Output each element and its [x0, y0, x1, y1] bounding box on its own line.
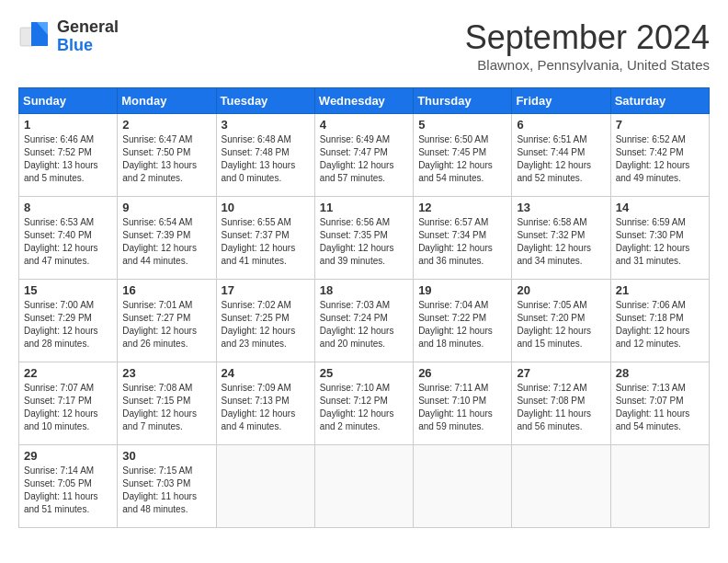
- calendar-day: 13Sunrise: 6:58 AMSunset: 7:32 PMDayligh…: [512, 197, 610, 280]
- calendar-day: 18Sunrise: 7:03 AMSunset: 7:24 PMDayligh…: [314, 280, 413, 362]
- day-number: 6: [517, 118, 605, 132]
- calendar-day: 12Sunrise: 6:57 AMSunset: 7:34 PMDayligh…: [414, 197, 512, 280]
- weekday-header-tuesday: Tuesday: [216, 88, 314, 114]
- day-info: Sunrise: 6:48 AMSunset: 7:48 PMDaylight:…: [222, 133, 310, 185]
- calendar-day: 1Sunrise: 6:46 AMSunset: 7:52 PMDaylight…: [19, 114, 118, 197]
- calendar-day: 27Sunrise: 7:12 AMSunset: 7:08 PMDayligh…: [512, 362, 610, 445]
- calendar-day: 2Sunrise: 6:47 AMSunset: 7:50 PMDaylight…: [118, 114, 216, 197]
- day-info: Sunrise: 6:59 AMSunset: 7:30 PMDaylight:…: [616, 216, 704, 268]
- page-header: General Blue September 2024 Blawnox, Pen…: [18, 18, 710, 73]
- calendar-day: 23Sunrise: 7:08 AMSunset: 7:15 PMDayligh…: [118, 362, 216, 445]
- logo-icon: [18, 20, 51, 53]
- calendar-day: 11Sunrise: 6:56 AMSunset: 7:35 PMDayligh…: [314, 197, 413, 280]
- calendar-day: 7Sunrise: 6:52 AMSunset: 7:42 PMDaylight…: [610, 114, 709, 197]
- day-info: Sunrise: 7:03 AMSunset: 7:24 PMDaylight:…: [320, 299, 408, 350]
- month-title: September 2024: [465, 18, 710, 57]
- calendar-week-row: 8Sunrise: 6:53 AMSunset: 7:40 PMDaylight…: [19, 197, 710, 280]
- calendar-day: 3Sunrise: 6:48 AMSunset: 7:48 PMDaylight…: [216, 114, 314, 197]
- weekday-header-thursday: Thursday: [414, 88, 512, 114]
- day-info: Sunrise: 6:53 AMSunset: 7:40 PMDaylight:…: [24, 216, 112, 268]
- calendar-day: 20Sunrise: 7:05 AMSunset: 7:20 PMDayligh…: [512, 280, 610, 362]
- day-number: 18: [320, 283, 408, 297]
- day-number: 7: [616, 118, 704, 132]
- day-number: 3: [222, 118, 310, 132]
- day-info: Sunrise: 7:02 AMSunset: 7:25 PMDaylight:…: [222, 299, 310, 350]
- calendar-day: [512, 445, 610, 528]
- day-number: 24: [222, 366, 310, 380]
- day-info: Sunrise: 7:06 AMSunset: 7:18 PMDaylight:…: [616, 299, 704, 350]
- calendar-day: 26Sunrise: 7:11 AMSunset: 7:10 PMDayligh…: [414, 362, 512, 445]
- calendar-day: 21Sunrise: 7:06 AMSunset: 7:18 PMDayligh…: [610, 280, 709, 362]
- logo-text: General Blue: [57, 18, 119, 55]
- calendar-day: 9Sunrise: 6:54 AMSunset: 7:39 PMDaylight…: [118, 197, 216, 280]
- day-info: Sunrise: 7:05 AMSunset: 7:20 PMDaylight:…: [517, 299, 605, 350]
- calendar-day: 10Sunrise: 6:55 AMSunset: 7:37 PMDayligh…: [216, 197, 314, 280]
- day-number: 5: [418, 118, 506, 132]
- day-info: Sunrise: 7:15 AMSunset: 7:03 PMDaylight:…: [122, 465, 210, 516]
- day-number: 14: [616, 201, 704, 214]
- day-info: Sunrise: 6:58 AMSunset: 7:32 PMDaylight:…: [517, 216, 605, 268]
- day-number: 25: [320, 366, 408, 380]
- day-info: Sunrise: 7:12 AMSunset: 7:08 PMDaylight:…: [517, 382, 605, 433]
- weekday-header-sunday: Sunday: [19, 88, 118, 114]
- day-info: Sunrise: 7:08 AMSunset: 7:15 PMDaylight:…: [122, 382, 210, 433]
- calendar-day: 17Sunrise: 7:02 AMSunset: 7:25 PMDayligh…: [216, 280, 314, 362]
- logo-general: General: [57, 17, 119, 36]
- day-info: Sunrise: 6:55 AMSunset: 7:37 PMDaylight:…: [222, 216, 310, 268]
- calendar-week-row: 15Sunrise: 7:00 AMSunset: 7:29 PMDayligh…: [19, 280, 710, 362]
- calendar-table: SundayMondayTuesdayWednesdayThursdayFrid…: [18, 87, 710, 528]
- day-number: 1: [24, 118, 112, 132]
- calendar-week-row: 1Sunrise: 6:46 AMSunset: 7:52 PMDaylight…: [19, 114, 710, 197]
- calendar-day: 4Sunrise: 6:49 AMSunset: 7:47 PMDaylight…: [314, 114, 413, 197]
- calendar-day: 28Sunrise: 7:13 AMSunset: 7:07 PMDayligh…: [610, 362, 709, 445]
- calendar-day: 14Sunrise: 6:59 AMSunset: 7:30 PMDayligh…: [610, 197, 709, 280]
- day-number: 19: [418, 283, 506, 297]
- calendar-week-row: 22Sunrise: 7:07 AMSunset: 7:17 PMDayligh…: [19, 362, 710, 445]
- day-number: 21: [616, 283, 704, 297]
- day-number: 9: [122, 201, 210, 214]
- day-number: 10: [222, 201, 310, 214]
- day-info: Sunrise: 7:04 AMSunset: 7:22 PMDaylight:…: [418, 299, 506, 350]
- day-number: 2: [122, 118, 210, 132]
- calendar-day: [610, 445, 709, 528]
- day-number: 22: [24, 366, 112, 380]
- day-number: 15: [24, 283, 112, 297]
- weekday-header-saturday: Saturday: [610, 88, 709, 114]
- calendar-day: 6Sunrise: 6:51 AMSunset: 7:44 PMDaylight…: [512, 114, 610, 197]
- calendar-day: 24Sunrise: 7:09 AMSunset: 7:13 PMDayligh…: [216, 362, 314, 445]
- day-info: Sunrise: 6:56 AMSunset: 7:35 PMDaylight:…: [320, 216, 408, 268]
- calendar-day: 25Sunrise: 7:10 AMSunset: 7:12 PMDayligh…: [314, 362, 413, 445]
- day-number: 30: [122, 449, 210, 463]
- day-info: Sunrise: 7:14 AMSunset: 7:05 PMDaylight:…: [24, 465, 112, 516]
- logo: General Blue: [18, 18, 119, 55]
- day-number: 13: [517, 201, 605, 214]
- calendar-day: 19Sunrise: 7:04 AMSunset: 7:22 PMDayligh…: [414, 280, 512, 362]
- day-number: 28: [616, 366, 704, 380]
- day-info: Sunrise: 7:09 AMSunset: 7:13 PMDaylight:…: [222, 382, 310, 433]
- day-info: Sunrise: 6:51 AMSunset: 7:44 PMDaylight:…: [517, 133, 605, 185]
- day-number: 27: [517, 366, 605, 380]
- day-info: Sunrise: 6:57 AMSunset: 7:34 PMDaylight:…: [418, 216, 506, 268]
- day-number: 23: [122, 366, 210, 380]
- day-info: Sunrise: 6:54 AMSunset: 7:39 PMDaylight:…: [122, 216, 210, 268]
- day-info: Sunrise: 6:50 AMSunset: 7:45 PMDaylight:…: [418, 133, 506, 185]
- logo-blue: Blue: [57, 36, 93, 54]
- calendar-day: [314, 445, 413, 528]
- weekday-header-friday: Friday: [512, 88, 610, 114]
- calendar-day: [216, 445, 314, 528]
- weekday-header-monday: Monday: [118, 88, 216, 114]
- day-number: 8: [24, 201, 112, 214]
- day-info: Sunrise: 7:13 AMSunset: 7:07 PMDaylight:…: [616, 382, 704, 433]
- weekday-header-row: SundayMondayTuesdayWednesdayThursdayFrid…: [19, 88, 710, 114]
- calendar-week-row: 29Sunrise: 7:14 AMSunset: 7:05 PMDayligh…: [19, 445, 710, 528]
- day-number: 29: [24, 449, 112, 463]
- day-info: Sunrise: 6:46 AMSunset: 7:52 PMDaylight:…: [24, 133, 112, 185]
- title-block: September 2024 Blawnox, Pennsylvania, Un…: [465, 18, 710, 73]
- calendar-day: 8Sunrise: 6:53 AMSunset: 7:40 PMDaylight…: [19, 197, 118, 280]
- day-info: Sunrise: 7:07 AMSunset: 7:17 PMDaylight:…: [24, 382, 112, 433]
- calendar-day: 22Sunrise: 7:07 AMSunset: 7:17 PMDayligh…: [19, 362, 118, 445]
- calendar-day: [414, 445, 512, 528]
- day-number: 20: [517, 283, 605, 297]
- day-number: 26: [418, 366, 506, 380]
- location: Blawnox, Pennsylvania, United States: [465, 57, 710, 73]
